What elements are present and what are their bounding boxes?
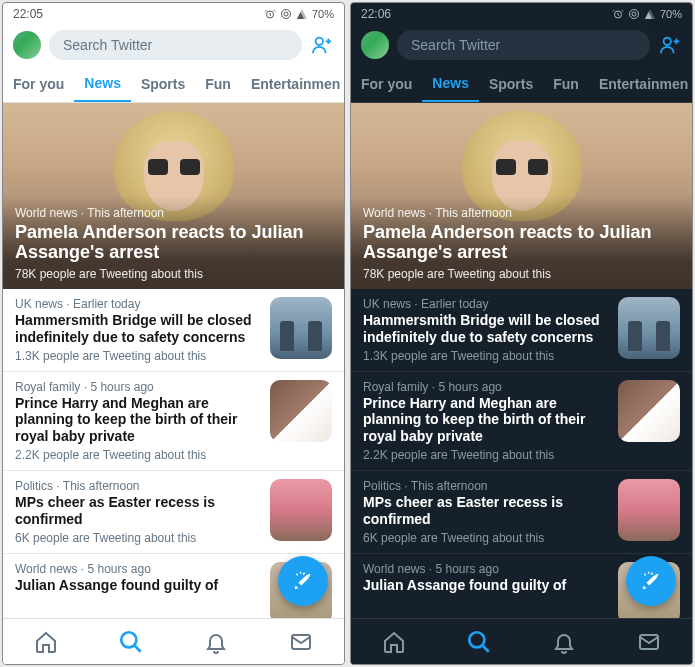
alarm-icon: [264, 8, 276, 20]
story-thumb: [270, 380, 332, 442]
story-title: Hammersmith Bridge will be closed indefi…: [15, 312, 260, 346]
tabs: For you News Sports Fun Entertainmen: [351, 65, 692, 103]
story-item[interactable]: UK news · Earlier today Hammersmith Brid…: [3, 289, 344, 372]
svg-point-3: [316, 38, 323, 45]
story-title: Prince Harry and Meghan are planning to …: [15, 395, 260, 445]
story-meta: Politics · This afternoon: [363, 479, 608, 493]
hero-meta: World news · This afternoon: [363, 206, 680, 220]
status-time: 22:06: [361, 7, 391, 21]
svg-point-2: [284, 12, 288, 16]
add-friend-icon[interactable]: [658, 33, 682, 57]
search-input[interactable]: Search Twitter: [49, 30, 302, 60]
hero-sub: 78K people are Tweeting about this: [15, 267, 332, 281]
story-meta: Royal family · 5 hours ago: [15, 380, 260, 394]
svg-point-10: [469, 632, 484, 647]
story-sub: 6K people are Tweeting about this: [15, 531, 260, 545]
story-meta: Royal family · 5 hours ago: [363, 380, 608, 394]
story-meta: UK news · Earlier today: [363, 297, 608, 311]
bottom-nav: [3, 618, 344, 664]
story-item[interactable]: Politics · This afternoon MPs cheer as E…: [3, 471, 344, 554]
battery-text: 70%: [312, 8, 334, 20]
phone-light: 22:05 70% Search Twitter For you News Sp…: [2, 2, 345, 665]
svg-point-7: [629, 10, 638, 19]
story-sub: 2.2K people are Tweeting about this: [15, 448, 260, 462]
story-title: Hammersmith Bridge will be closed indefi…: [363, 312, 608, 346]
signal-icon: [296, 8, 308, 20]
avatar[interactable]: [13, 31, 41, 59]
add-friend-icon[interactable]: [310, 33, 334, 57]
tab-for-you[interactable]: For you: [351, 66, 422, 102]
nav-home-icon[interactable]: [381, 629, 407, 655]
search-placeholder: Search Twitter: [63, 37, 152, 53]
tab-news[interactable]: News: [422, 65, 479, 103]
phone-dark: 22:06 70% Search Twitter For you News Sp…: [350, 2, 693, 665]
story-meta: World news · 5 hours ago: [15, 562, 260, 576]
story-item[interactable]: Royal family · 5 hours ago Prince Harry …: [3, 372, 344, 471]
status-time: 22:05: [13, 7, 43, 21]
tab-entertainment[interactable]: Entertainmen: [589, 66, 692, 102]
svg-point-8: [632, 12, 636, 16]
hero-title: Pamela Anderson reacts to Julian Assange…: [15, 222, 332, 263]
story-meta: World news · 5 hours ago: [363, 562, 608, 576]
nav-notifications-icon[interactable]: [551, 629, 577, 655]
story-thumb: [270, 297, 332, 359]
status-bar: 22:06 70%: [351, 3, 692, 25]
nav-search-icon[interactable]: [466, 629, 492, 655]
tab-for-you[interactable]: For you: [3, 66, 74, 102]
hero-meta: World news · This afternoon: [15, 206, 332, 220]
bottom-nav: [351, 618, 692, 664]
search-input[interactable]: Search Twitter: [397, 30, 650, 60]
story-thumb: [618, 479, 680, 541]
compose-fab[interactable]: [626, 556, 676, 606]
top-bar: Search Twitter: [351, 25, 692, 65]
top-bar: Search Twitter: [3, 25, 344, 65]
story-meta: UK news · Earlier today: [15, 297, 260, 311]
status-icons: 70%: [264, 8, 334, 20]
story-sub: 1.3K people are Tweeting about this: [15, 349, 260, 363]
tabs: For you News Sports Fun Entertainmen: [3, 65, 344, 103]
hero-story[interactable]: World news · This afternoon Pamela Ander…: [3, 103, 344, 289]
tab-news[interactable]: News: [74, 65, 131, 103]
search-placeholder: Search Twitter: [411, 37, 500, 53]
hero-sub: 78K people are Tweeting about this: [363, 267, 680, 281]
story-item[interactable]: Politics · This afternoon MPs cheer as E…: [351, 471, 692, 554]
alarm-icon: [612, 8, 624, 20]
story-sub: 2.2K people are Tweeting about this: [363, 448, 608, 462]
nfc-icon: [628, 8, 640, 20]
story-meta: Politics · This afternoon: [15, 479, 260, 493]
story-sub: 1.3K people are Tweeting about this: [363, 349, 608, 363]
nav-search-icon[interactable]: [118, 629, 144, 655]
story-title: Julian Assange found guilty of: [363, 577, 608, 594]
tab-sports[interactable]: Sports: [131, 66, 195, 102]
tab-fun[interactable]: Fun: [195, 66, 241, 102]
story-sub: 6K people are Tweeting about this: [363, 531, 608, 545]
nav-messages-icon[interactable]: [636, 629, 662, 655]
hero-story[interactable]: World news · This afternoon Pamela Ander…: [351, 103, 692, 289]
story-thumb: [618, 297, 680, 359]
tab-entertainment[interactable]: Entertainmen: [241, 66, 344, 102]
status-bar: 22:05 70%: [3, 3, 344, 25]
signal-icon: [644, 8, 656, 20]
battery-text: 70%: [660, 8, 682, 20]
nav-home-icon[interactable]: [33, 629, 59, 655]
nfc-icon: [280, 8, 292, 20]
svg-point-4: [121, 632, 136, 647]
story-thumb: [618, 380, 680, 442]
svg-point-9: [664, 38, 671, 45]
story-thumb: [270, 479, 332, 541]
status-icons: 70%: [612, 8, 682, 20]
story-title: MPs cheer as Easter recess is confirmed: [363, 494, 608, 528]
story-title: MPs cheer as Easter recess is confirmed: [15, 494, 260, 528]
avatar[interactable]: [361, 31, 389, 59]
story-item[interactable]: Royal family · 5 hours ago Prince Harry …: [351, 372, 692, 471]
svg-point-1: [281, 10, 290, 19]
compose-fab[interactable]: [278, 556, 328, 606]
nav-notifications-icon[interactable]: [203, 629, 229, 655]
nav-messages-icon[interactable]: [288, 629, 314, 655]
tab-sports[interactable]: Sports: [479, 66, 543, 102]
story-item[interactable]: UK news · Earlier today Hammersmith Brid…: [351, 289, 692, 372]
hero-title: Pamela Anderson reacts to Julian Assange…: [363, 222, 680, 263]
story-title: Julian Assange found guilty of: [15, 577, 260, 594]
story-title: Prince Harry and Meghan are planning to …: [363, 395, 608, 445]
tab-fun[interactable]: Fun: [543, 66, 589, 102]
